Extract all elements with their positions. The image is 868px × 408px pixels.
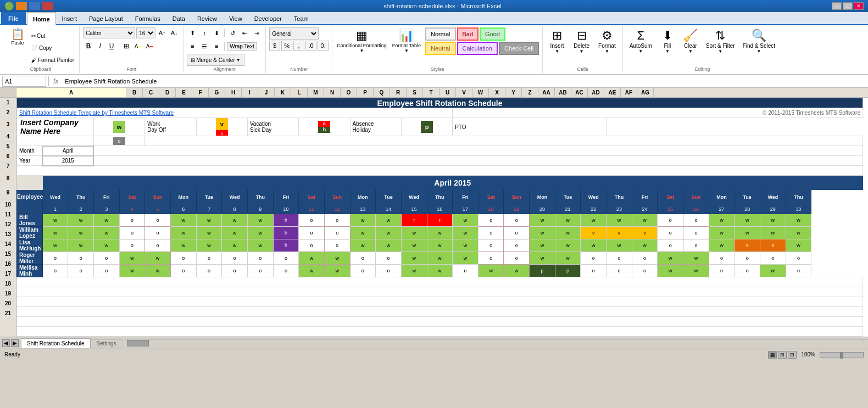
row-number-12[interactable]: 12 [0, 220, 16, 230]
scrollbar-thumb[interactable] [127, 340, 149, 346]
shift-cell[interactable]: p [530, 265, 555, 277]
next-sheet-button[interactable]: ▶ [11, 339, 19, 347]
shift-cell[interactable]: w [581, 239, 607, 252]
insert-button[interactable]: ⊞ Insert ▼ [546, 27, 568, 55]
shift-cell[interactable]: w [170, 227, 196, 239]
style-good[interactable]: Good [480, 27, 505, 41]
col-header-W[interactable]: W [472, 88, 489, 97]
text-direction-button[interactable]: ↺ [227, 27, 238, 38]
row-number-10[interactable]: 10 [0, 200, 16, 210]
shift-cell[interactable]: o [478, 252, 504, 265]
shift-cell[interactable]: w [530, 239, 555, 252]
col-header-R[interactable]: R [390, 88, 407, 97]
row-number-11[interactable]: 11 [0, 210, 16, 220]
shift-cell[interactable]: o [273, 265, 299, 277]
row-number-1[interactable]: 1 [0, 98, 16, 108]
shift-cell[interactable]: w [68, 214, 94, 227]
col-header-G[interactable]: G [209, 88, 225, 97]
shift-cell[interactable]: o [170, 252, 196, 265]
shift-cell[interactable]: o [376, 265, 402, 277]
shift-cell[interactable]: o [478, 214, 504, 227]
shift-cell[interactable]: w [68, 227, 94, 239]
shift-cell[interactable]: w [119, 252, 145, 265]
row-number-20[interactable]: 20 [0, 299, 16, 309]
col-header-T[interactable]: T [423, 88, 439, 97]
sheet-tab-settings[interactable]: Settings [91, 339, 123, 348]
bold-button[interactable]: B [83, 41, 94, 52]
decrease-decimal-button[interactable]: 0. [318, 41, 329, 51]
shift-cell[interactable]: w [350, 214, 376, 227]
shift-cell[interactable]: w [93, 227, 119, 239]
col-header-L[interactable]: L [291, 88, 308, 97]
tab-formulas[interactable]: Formulas [129, 12, 166, 24]
shift-cell[interactable]: h [273, 227, 299, 239]
font-size-select[interactable]: 16 [136, 27, 155, 38]
shift-cell[interactable]: o [222, 252, 248, 265]
shift-cell[interactable]: o [247, 252, 273, 265]
minimize-button[interactable]: – [832, 2, 842, 10]
row-number-3[interactable]: 3 [0, 118, 16, 132]
shift-cell[interactable]: h [273, 239, 299, 252]
shift-cell[interactable]: w [222, 214, 248, 227]
shift-cell[interactable]: o [709, 252, 735, 265]
shift-cell[interactable]: w [247, 214, 273, 227]
col-header-AA[interactable]: AA [538, 88, 555, 97]
page-break-view-button[interactable]: ⊟ [788, 351, 797, 359]
shift-cell[interactable]: w [350, 239, 376, 252]
shift-cell[interactable]: v [581, 227, 607, 239]
shift-cell[interactable]: w [376, 227, 402, 239]
shift-cell[interactable]: w [401, 252, 427, 265]
shift-cell[interactable]: w [299, 265, 325, 277]
title-cell[interactable]: Employee Shift Rotation Schedule [17, 98, 863, 108]
shift-cell[interactable]: w [658, 252, 683, 265]
shift-cell[interactable]: o [709, 265, 735, 277]
close-button[interactable]: ✕ [854, 2, 864, 10]
increase-decimal-button[interactable]: .0 [305, 41, 316, 51]
formula-input[interactable] [63, 78, 866, 85]
shift-cell[interactable]: w [683, 252, 709, 265]
shift-cell[interactable]: w [453, 252, 478, 265]
shift-cell[interactable]: s [760, 239, 786, 252]
col-header-B[interactable]: B [126, 88, 143, 97]
shift-cell[interactable]: o [683, 227, 709, 239]
shift-cell[interactable]: w [427, 265, 453, 277]
month-value[interactable]: April [42, 146, 93, 156]
sort-filter-button[interactable]: ⇅ Sort & Filter ▼ [703, 27, 738, 55]
col-header-AB[interactable]: AB [555, 88, 571, 97]
shift-cell[interactable]: w [530, 214, 555, 227]
shift-cell[interactable]: o [93, 265, 119, 277]
shift-cell[interactable]: w [658, 265, 683, 277]
sheet-tab-rotation[interactable]: Shift Rotation Schedule [21, 338, 91, 348]
row-number-4[interactable]: 4 [0, 132, 16, 142]
font-color-button[interactable]: A▬ [144, 41, 155, 52]
shift-cell[interactable]: w [530, 252, 555, 265]
shift-cell[interactable]: o [735, 265, 760, 277]
col-header-AE[interactable]: AE [604, 88, 621, 97]
shift-cell[interactable]: w [299, 252, 325, 265]
tab-file[interactable]: File [1, 12, 26, 24]
shift-cell[interactable]: o [504, 239, 530, 252]
shift-cell[interactable]: o [786, 252, 811, 265]
shift-cell[interactable]: w [401, 239, 427, 252]
col-header-Q[interactable]: Q [374, 88, 390, 97]
shift-cell[interactable]: w [760, 214, 786, 227]
col-header-H[interactable]: H [225, 88, 242, 97]
shift-cell[interactable]: w [760, 265, 786, 277]
decrease-font-button[interactable]: A↓ [169, 27, 180, 38]
shift-cell[interactable]: w [735, 214, 760, 227]
shift-cell[interactable]: o [145, 239, 171, 252]
shift-cell[interactable]: p [555, 265, 581, 277]
col-header-X[interactable]: X [489, 88, 505, 97]
shift-cell[interactable]: w [427, 239, 453, 252]
shift-cell[interactable]: w [401, 265, 427, 277]
copy-button[interactable]: 📄 Copy [30, 42, 76, 54]
employee-name[interactable]: Lisa McHugh [17, 239, 43, 252]
number-format-select[interactable]: General [269, 27, 319, 40]
shift-cell[interactable]: o [376, 252, 402, 265]
conditional-formatting-button[interactable]: ▦ Conditional Formatting ▼ [336, 27, 388, 54]
shift-cell[interactable]: o [93, 252, 119, 265]
employee-name[interactable]: Mellisa Minh [17, 265, 43, 277]
clear-button[interactable]: 🧹 Clear ▼ [680, 27, 702, 55]
align-left-button[interactable]: ≡ [187, 41, 198, 52]
shift-cell[interactable]: w [196, 227, 222, 239]
